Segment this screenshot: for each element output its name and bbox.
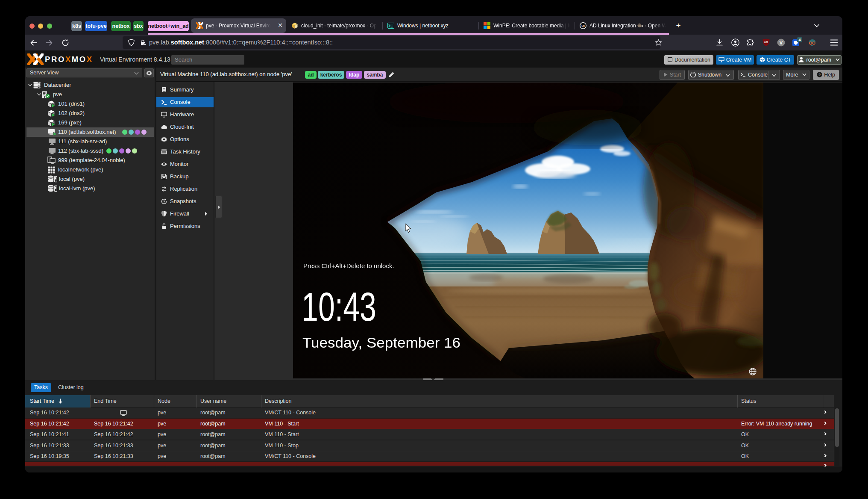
svg-text:Tuesday, September 16: Tuesday, September 16 <box>302 334 460 351</box>
svg-text:OI: OI <box>581 24 584 27</box>
svg-text:V: V <box>780 40 783 45</box>
svg-text:Press Ctrl+Alt+Delete to unloc: Press Ctrl+Alt+Delete to unlock. <box>303 262 394 269</box>
svg-text:4: 4 <box>798 38 801 42</box>
svg-text:10:43: 10:43 <box>302 284 376 329</box>
svg-text:?: ? <box>818 73 821 77</box>
svg-text:uO: uO <box>764 41 768 44</box>
